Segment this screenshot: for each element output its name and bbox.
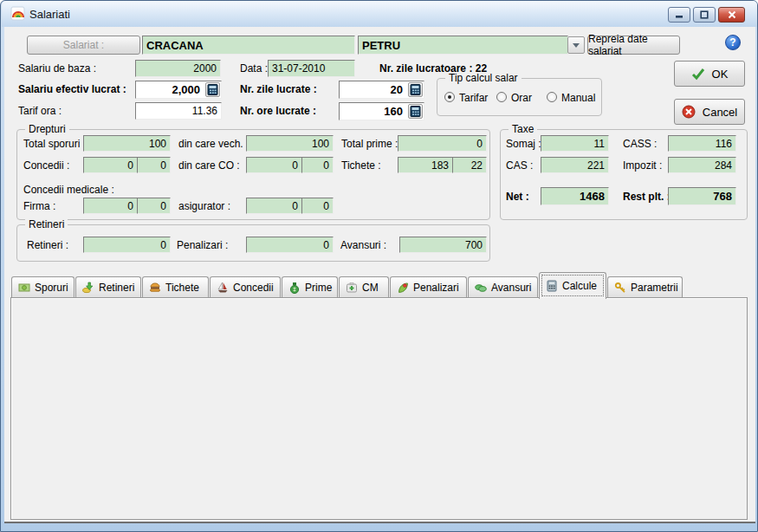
close-button[interactable] xyxy=(718,7,745,23)
tab-cm[interactable]: CM xyxy=(339,276,389,297)
last-name-field[interactable]: CRACANA xyxy=(142,36,355,55)
tarif-ora-input[interactable]: 11.36 xyxy=(135,102,222,120)
avansuri-field: 700 xyxy=(399,237,487,253)
penalty-leaf-icon xyxy=(397,282,409,294)
ok-button-label: OK xyxy=(712,68,729,81)
din-care-co-field-a: 0 xyxy=(246,157,302,173)
avansuri-label: Avansuri : xyxy=(340,239,386,251)
cas-field: 221 xyxy=(541,157,609,173)
ok-button[interactable]: OK xyxy=(674,61,745,87)
banknote-icon xyxy=(18,282,30,294)
net-label: Net : xyxy=(506,191,529,203)
radio-tarifar[interactable] xyxy=(444,92,455,102)
calculator-icon xyxy=(546,280,558,292)
salariati-window: Salariati Salariat : CRACANA PETRU Repre… xyxy=(0,0,758,532)
tab-label: Sporuri xyxy=(35,282,68,294)
calculator-icon[interactable] xyxy=(408,104,423,119)
tab-label: Retineri xyxy=(99,282,134,294)
total-prime-label: Total prime : xyxy=(341,138,398,150)
calculator-icon[interactable] xyxy=(205,82,220,97)
tichete-field-a: 183 xyxy=(398,157,453,173)
tab-concedii[interactable]: Concedii xyxy=(210,276,281,297)
salariat-button[interactable]: Salariat : xyxy=(27,36,140,55)
maximize-button[interactable] xyxy=(693,7,716,23)
sailboat-icon xyxy=(217,282,229,294)
salariu-de-baza-field: 2000 xyxy=(135,60,221,77)
tab-tichete[interactable]: Tichete xyxy=(142,276,209,297)
radio-tarifar-label: Tarifar xyxy=(459,92,488,104)
concedii-field-b: 0 xyxy=(137,157,171,173)
calculator-icon[interactable] xyxy=(408,82,423,97)
reload-employee-button[interactable]: Repreia date salariat xyxy=(587,36,680,55)
data-field: 31-07-2010 xyxy=(268,60,355,77)
tab-retineri[interactable]: Retineri xyxy=(75,276,141,297)
total-sporuri-field: 100 xyxy=(83,135,171,152)
app-rainbow-icon xyxy=(10,6,25,21)
penalizari-label: Penalizari : xyxy=(177,239,228,251)
tab-label: Penalizari xyxy=(413,282,459,294)
help-icon[interactable]: ? xyxy=(725,35,741,50)
nr-ore-lucrate-label: Nr. ore lucrate : xyxy=(240,105,316,117)
ok-check-icon xyxy=(691,67,705,81)
retineri-field: 0 xyxy=(83,237,171,253)
tab-label: Calcule xyxy=(562,280,597,292)
impozit-label: Impozit : xyxy=(623,159,662,172)
chevron-down-icon xyxy=(573,43,580,48)
net-field: 1468 xyxy=(541,187,609,205)
total-sporuri-label: Total sporuri : xyxy=(23,138,86,150)
calcule-tab-panel xyxy=(10,297,748,520)
salariat-button-label: Salariat : xyxy=(63,39,104,51)
din-care-vech-label: din care vech. : xyxy=(178,138,249,150)
reload-employee-label: Repreia date salariat xyxy=(588,33,679,57)
money-coins-icon xyxy=(475,282,487,294)
salariu-de-baza-label: Salariu de baza : xyxy=(18,62,96,75)
rest-plt-label: Rest plt. : xyxy=(623,191,671,203)
asigurator-field-a: 0 xyxy=(246,198,302,214)
taxe-title: Taxe xyxy=(509,123,537,135)
retineri-title: Retineri xyxy=(25,218,68,230)
tichete-label: Tichete : xyxy=(341,159,381,172)
employee-dropdown-button[interactable] xyxy=(567,36,585,54)
tab-sporuri[interactable]: Sporuri xyxy=(11,276,75,297)
key-icon xyxy=(614,282,626,294)
radio-manual-label: Manual xyxy=(561,92,595,104)
cancel-button[interactable]: Cancel xyxy=(674,99,745,125)
radio-orar[interactable] xyxy=(496,92,507,102)
drepturi-title: Drepturi xyxy=(25,123,69,135)
din-care-vech-field: 100 xyxy=(246,135,334,152)
tab-calcule[interactable]: Calcule xyxy=(539,272,606,299)
cas-label: CAS : xyxy=(506,159,533,172)
cass-label: CASS : xyxy=(623,138,657,150)
tab-label: Avansuri xyxy=(491,282,531,294)
title-bar[interactable]: Salariati xyxy=(2,1,758,27)
rest-plt-field: 768 xyxy=(668,187,736,205)
firma-field-a: 0 xyxy=(83,198,138,214)
tab-label: Parametrii xyxy=(631,282,678,294)
first-name-field[interactable]: PETRU xyxy=(358,36,568,55)
cancel-button-label: Cancel xyxy=(703,106,737,119)
concedii-field-a: 0 xyxy=(83,157,138,173)
firma-field-b: 0 xyxy=(137,198,171,214)
concedii-label: Concedii : xyxy=(23,159,69,172)
salariu-efectiv-label: Salariu efectiv lucrat : xyxy=(18,83,126,95)
radio-manual[interactable] xyxy=(547,92,557,102)
asigurator-field-b: 0 xyxy=(301,198,334,214)
impozit-field: 284 xyxy=(668,157,736,173)
cancel-x-icon xyxy=(682,105,696,119)
tab-label: CM xyxy=(362,282,379,294)
tarif-ora-label: Tarif ora : xyxy=(18,105,62,117)
firstaid-icon xyxy=(346,282,358,294)
minimize-button[interactable] xyxy=(668,7,690,23)
tab-parametrii[interactable]: Parametrii xyxy=(607,276,683,297)
tab-label: Tichete xyxy=(165,282,199,294)
somaj-label: Somaj : xyxy=(506,138,541,150)
retineri-label: Retineri : xyxy=(27,239,68,251)
penalizari-field: 0 xyxy=(246,237,334,253)
tab-penalizari[interactable]: Penalizari xyxy=(390,276,467,297)
din-care-co-field-b: 0 xyxy=(301,157,334,173)
tab-avansuri[interactable]: Avansuri xyxy=(468,276,538,297)
tab-label: Concedii xyxy=(233,282,274,294)
din-care-co-label: din care CO : xyxy=(178,159,240,172)
tab-prime[interactable]: Prime xyxy=(282,276,338,297)
data-label: Data : xyxy=(240,62,268,75)
